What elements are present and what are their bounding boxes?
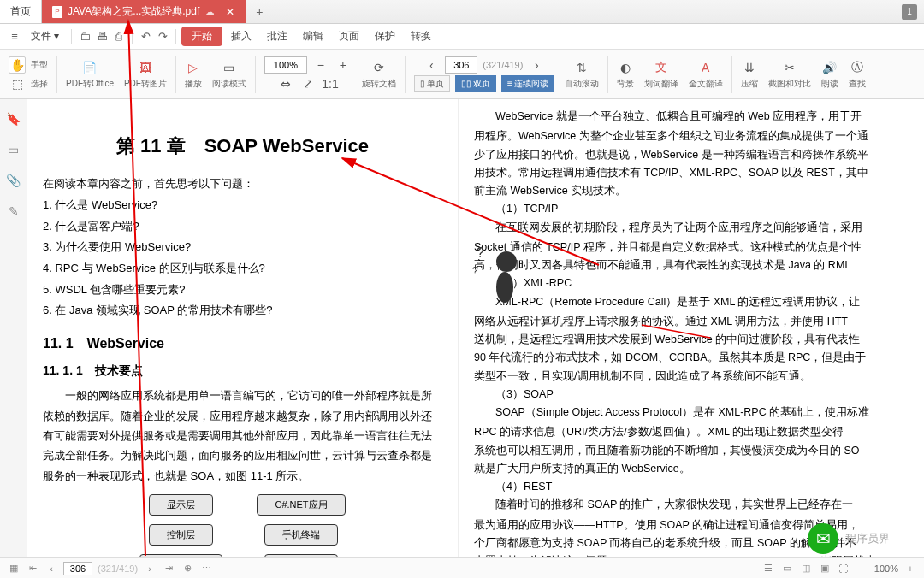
paragraph: 前主流 WebService 实现技术。 <box>474 182 909 200</box>
fit-page-icon[interactable]: ⤢ <box>299 75 317 92</box>
add-page-icon[interactable]: ⊕ <box>181 562 194 575</box>
status-page-total: (321/419) <box>98 563 138 574</box>
view-mode-1-icon[interactable]: ☰ <box>761 562 775 575</box>
menu-start[interactable]: 开始 <box>181 27 222 46</box>
prev-page-icon[interactable]: ‹ <box>44 562 58 575</box>
redo-icon[interactable]: ↷ <box>155 29 170 44</box>
signature-icon[interactable]: ✎ <box>6 203 21 219</box>
continuous-button[interactable]: ≡连续阅读 <box>501 75 554 92</box>
tool-play[interactable]: ▷ 播放 <box>181 51 205 97</box>
prev-page-icon[interactable]: ‹ <box>423 56 440 74</box>
thumbnail-icon[interactable]: ▦ <box>7 562 21 575</box>
view-mode-5-icon[interactable]: ⛶ <box>837 562 850 575</box>
sidebar: 🔖 ▭ 📎 ✎ <box>0 99 27 557</box>
paragraph: WebService 就是一个平台独立、低耦合且可编程的 Web 应用程序，用于… <box>474 108 909 126</box>
tool-zoom-group: − + ⇔ ⤢ 1:1 <box>261 51 355 97</box>
attachment-icon[interactable]: 📎 <box>6 173 21 188</box>
tool-screenshot[interactable]: ✂ 截图和对比 <box>765 51 814 97</box>
single-page-button[interactable]: ▯单页 <box>414 75 450 92</box>
tab-sync-icon[interactable]: ☁ <box>204 6 215 18</box>
tool-word-translate[interactable]: 文 划词翻译 <box>641 51 682 97</box>
paragraph: 在互联网发展的初期阶段，程序员为了让两个应用程序之间能够通信，采用 <box>474 219 909 237</box>
tab-counter[interactable]: 1 <box>902 4 917 20</box>
paragraph: 高，但同时又因各具特色而不能通用，具有代表性的实现技术是 Java 的 RMI <box>474 257 909 274</box>
tab-close-icon[interactable]: ✕ <box>225 7 235 17</box>
tool-auto-scroll[interactable]: ⇅ 自动滚动 <box>561 51 602 97</box>
print-icon[interactable]: ⎙ <box>111 29 127 44</box>
tool-read-mode[interactable]: ▭ 阅读模式 <box>209 51 250 97</box>
view-mode-4-icon[interactable]: ▣ <box>818 562 832 575</box>
new-tab-button[interactable]: + <box>251 5 268 19</box>
hand-icon[interactable]: ✋ <box>9 56 26 74</box>
tab-home[interactable]: 首页 <box>0 0 42 23</box>
tool-compress[interactable]: ⇊ 压缩 <box>737 51 761 97</box>
read-mode-icon: ▭ <box>221 59 238 76</box>
undo-icon[interactable]: ↶ <box>138 29 153 44</box>
next-page-icon[interactable]: › <box>528 56 545 74</box>
more-icon[interactable]: ⋯ <box>199 562 213 575</box>
page-input[interactable] <box>445 56 477 74</box>
list-item: 6. 在 Java 领域实现 SOAP 的常用技术有哪些? <box>43 300 442 321</box>
save-icon[interactable]: 🖶 <box>94 29 110 44</box>
next-page-icon[interactable]: › <box>143 562 157 575</box>
tool-pdf-to-image[interactable]: 🖼 PDF转图片 <box>121 51 170 97</box>
menu-page[interactable]: 页面 <box>332 26 366 47</box>
page-total: (321/419) <box>483 60 523 70</box>
select-icon[interactable]: ⬚ <box>9 75 26 92</box>
actual-size-icon[interactable]: 1:1 <box>322 75 339 92</box>
word-translate-icon: 文 <box>653 59 670 76</box>
pdf-office-icon: 📄 <box>81 59 98 76</box>
paragraph: 用技术。常用远程调用通信技术有 TCP/IP、XML-RPC、SOAP 以及 R… <box>474 164 909 182</box>
tool-find[interactable]: Ⓐ 查找 <box>845 51 869 97</box>
menu-file[interactable]: 文件 ▾ <box>24 26 66 47</box>
menu-annotate[interactable]: 批注 <box>260 26 294 47</box>
zoom-in-icon[interactable]: + <box>335 56 352 74</box>
rotate-icon: ⟳ <box>370 59 388 76</box>
menu-bar: ≡ 文件 ▾ 🗀 🖶 ⎙ ↶ ↷ 开始 插入 批注 编辑 页面 保护 转换 <box>0 24 924 50</box>
menu-protect[interactable]: 保护 <box>368 26 402 47</box>
paragraph: 系统也可以相互调用，而且随着新功能的不断增加，其慢慢演变成为今日的 SO <box>474 442 909 460</box>
paragraph: 一般的网络应用系统都是用单一语言编写的，它访问的唯一外部程序就是所依赖的数据库。… <box>43 386 442 486</box>
play-icon: ▷ <box>185 59 202 76</box>
paragraph: 就是广大用户所支持的真正的 WebService。 <box>474 460 909 478</box>
menu-edit[interactable]: 编辑 <box>296 26 330 47</box>
tool-read-aloud[interactable]: 🔊 朗读 <box>818 51 842 97</box>
diagram-box: C#.NET应用 <box>257 494 345 516</box>
chapter-title: 第 11 章 SOAP WebService <box>43 133 442 159</box>
outline-icon[interactable]: ▭ <box>6 142 21 157</box>
hamburger-icon[interactable]: ≡ <box>7 29 22 44</box>
background-icon: ◐ <box>617 59 634 76</box>
double-page-button[interactable]: ▯▯双页 <box>455 75 496 92</box>
fit-width-icon[interactable]: ⇔ <box>277 75 294 92</box>
view-mode-2-icon[interactable]: ▭ <box>780 562 794 575</box>
menu-convert[interactable]: 转换 <box>404 26 438 47</box>
zoom-out-icon[interactable]: − <box>856 562 869 575</box>
document-area[interactable]: 第 11 章 SOAP WebService 在阅读本章内容之前，首先思考以下问… <box>27 99 924 557</box>
tool-pdf-to-office[interactable]: 📄 PDF转Office <box>62 51 117 97</box>
tab-active-pdf[interactable]: P JAVA架构之完...实战经典.pdf ☁ ✕ <box>42 0 246 23</box>
status-page-input[interactable] <box>63 562 92 575</box>
status-bar: ▦ ⇤ ‹ (321/419) › ⇥ ⊕ ⋯ ☰ ▭ ◫ ▣ ⛶ − 100%… <box>0 557 924 578</box>
pdf-image-icon: 🖼 <box>137 59 154 76</box>
tool-background[interactable]: ◐ 背景 <box>613 51 637 97</box>
tool-full-translate[interactable]: A 全文翻译 <box>685 51 726 97</box>
diagram-box: 手机终端 <box>264 524 338 546</box>
paragraph: Socket 通信的 TCP/IP 程序，并且都是自定义数据格式。这种模式的优点… <box>474 239 909 257</box>
view-mode-3-icon[interactable]: ◫ <box>799 562 813 575</box>
paragraph: 类型不一致，且实现/调用机制不同，因此造成了各系统间不能互通。 <box>474 368 909 386</box>
bookmark-icon[interactable]: 🔖 <box>6 111 21 127</box>
last-page-icon[interactable]: ⇥ <box>162 562 175 575</box>
tool-rotate[interactable]: ⟳ 旋转文档 <box>358 51 400 97</box>
zoom-in-icon[interactable]: + <box>903 562 917 575</box>
wechat-icon: ✉ <box>808 523 838 554</box>
first-page-icon[interactable]: ⇤ <box>26 562 39 575</box>
toolbar: ✋手型 ⬚选择 📄 PDF转Office 🖼 PDF转图片 ▷ 播放 ▭ 阅读模… <box>0 50 924 99</box>
paragraph: 少了应用接口的代价。也就是说，WebService 是一种跨编程语言和跨操作系统… <box>474 146 909 164</box>
paragraph: XML-RPC（Remote Procedure Call）是基于 XML 的远… <box>474 293 909 311</box>
menu-insert[interactable]: 插入 <box>224 26 258 47</box>
zoom-out-icon[interactable]: − <box>312 56 329 74</box>
zoom-input[interactable] <box>264 56 307 74</box>
auto-scroll-icon: ⇅ <box>573 59 590 76</box>
open-icon[interactable]: 🗀 <box>77 29 92 44</box>
intro-text: 在阅读本章内容之前，首先思考以下问题： <box>43 176 442 192</box>
